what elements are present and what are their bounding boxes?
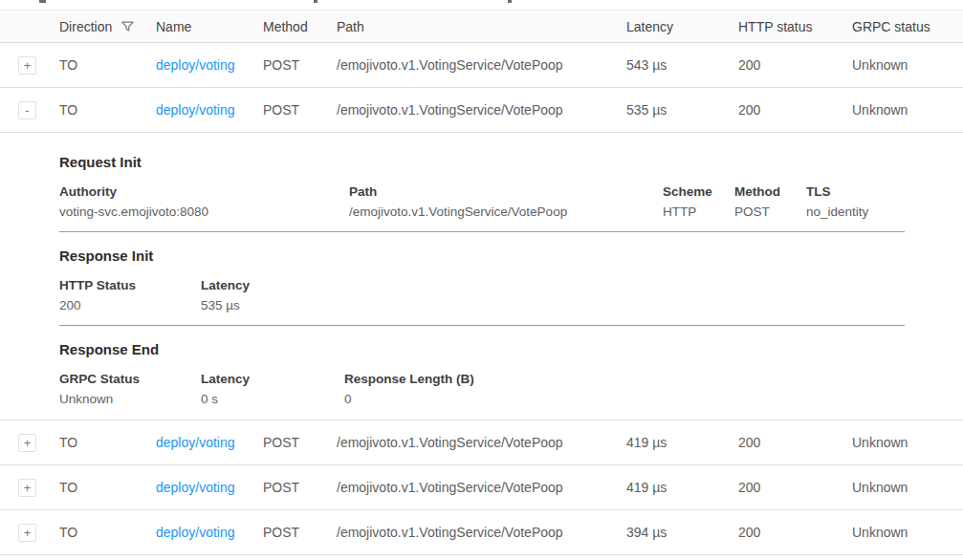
latency-cell: 419 µs (626, 480, 738, 495)
column-header-http-status[interactable]: HTTP status (738, 19, 852, 34)
detail-fields: HTTP Status200Latency535 µs (59, 278, 905, 312)
column-header-name[interactable]: Name (156, 19, 263, 34)
detail-field: HTTP Status200 (59, 278, 201, 312)
expand-toggle-button[interactable]: + (18, 524, 36, 542)
field-value: voting-svc.emojivoto:8080 (59, 205, 349, 219)
method-cell: POST (263, 525, 337, 540)
expanded-event-detail: Request InitAuthorityvoting-svc.emojivot… (0, 133, 963, 420)
expand-toggle-button[interactable]: - (18, 101, 36, 119)
column-header-label: Direction (59, 19, 112, 34)
method-cell: POST (263, 57, 337, 73)
expand-toggle-button[interactable]: + (18, 434, 36, 452)
method-cell: POST (263, 480, 337, 495)
filter-funnel-icon[interactable] (120, 19, 135, 33)
column-header-label: Latency (626, 19, 673, 34)
path-cell: /emojivoto.v1.VotingService/VotePoop (337, 480, 626, 495)
text-fragment (314, 0, 317, 3)
table-header-row: DirectionNameMethodPathLatencyHTTP statu… (0, 10, 963, 43)
field-label: Path (349, 184, 663, 199)
direction-cell: TO (59, 57, 156, 73)
column-header-grpc-status[interactable]: GRPC status (852, 19, 963, 34)
detail-field: MethodPOST (734, 184, 806, 219)
column-header-label: Name (156, 19, 191, 34)
field-value: no_identity (806, 205, 905, 219)
tap-results-table: DirectionNameMethodPathLatencyHTTP statu… (0, 10, 963, 555)
table-row: +TOdeploy/votingPOST/emojivoto.v1.Voting… (0, 510, 963, 555)
field-value: HTTP (663, 205, 734, 219)
detail-section-request-init: Request InitAuthorityvoting-svc.emojivot… (59, 154, 905, 232)
cropped-text-remnant (0, 0, 963, 10)
field-label: Scheme (663, 184, 734, 199)
latency-cell: 419 µs (626, 435, 738, 450)
direction-cell: TO (59, 525, 156, 540)
column-header-method[interactable]: Method (263, 19, 337, 34)
field-label: Response Length (B) (344, 372, 905, 386)
text-fragment (39, 0, 46, 3)
http-status-cell: 200 (738, 480, 852, 495)
column-header-path[interactable]: Path (337, 19, 626, 34)
direction-cell: TO (59, 102, 156, 118)
field-value: Unknown (59, 392, 201, 406)
field-label: Latency (201, 278, 905, 292)
column-header-label: HTTP status (738, 19, 813, 34)
section-divider (59, 231, 905, 232)
expand-toggle-button[interactable]: + (18, 56, 36, 75)
section-divider (59, 325, 905, 326)
detail-field: TLSno_identity (806, 184, 905, 219)
tap-events-page: DirectionNameMethodPathLatencyHTTP statu… (0, 0, 963, 560)
http-status-cell: 200 (738, 525, 852, 540)
method-cell: POST (263, 435, 337, 450)
column-header-label: Method (263, 19, 308, 34)
detail-field: Latency0 s (201, 372, 344, 406)
detail-field: Authorityvoting-svc.emojivoto:8080 (59, 184, 349, 219)
detail-fields: GRPC StatusUnknownLatency0 sResponse Len… (59, 372, 905, 406)
field-label: GRPC Status (59, 372, 201, 386)
column-header-label: GRPC status (852, 19, 930, 34)
section-title: Request Init (59, 154, 905, 170)
path-cell: /emojivoto.v1.VotingService/VotePoop (337, 57, 626, 73)
http-status-cell: 200 (738, 102, 852, 118)
field-value: /emojivoto.v1.VotingService/VotePoop (349, 205, 663, 219)
resource-link[interactable]: deploy/voting (156, 102, 263, 118)
expand-toggle-button[interactable]: + (18, 479, 36, 497)
table-row: +TOdeploy/votingPOST/emojivoto.v1.Voting… (0, 43, 963, 88)
field-value: 0 (344, 392, 905, 406)
field-value: 200 (59, 298, 201, 312)
detail-field: SchemeHTTP (663, 184, 734, 219)
detail-fields: Authorityvoting-svc.emojivoto:8080Path/e… (59, 184, 905, 219)
detail-field: Response Length (B)0 (344, 372, 905, 406)
direction-cell: TO (59, 435, 156, 450)
direction-cell: TO (59, 480, 156, 495)
resource-link[interactable]: deploy/voting (156, 435, 263, 450)
path-cell: /emojivoto.v1.VotingService/VotePoop (337, 435, 626, 450)
field-label: Authority (59, 184, 349, 199)
table-row: +TOdeploy/votingPOST/emojivoto.v1.Voting… (0, 420, 963, 465)
text-fragment (508, 0, 512, 3)
detail-section-response-init: Response InitHTTP Status200Latency535 µs (59, 248, 905, 326)
expand-cell: + (0, 524, 59, 542)
resource-link[interactable]: deploy/voting (156, 525, 263, 540)
grpc-status-cell: Unknown (852, 435, 963, 450)
expand-cell: + (0, 479, 59, 497)
column-header-direction[interactable]: Direction (59, 19, 156, 34)
resource-link[interactable]: deploy/voting (156, 57, 263, 73)
section-title: Response End (59, 341, 905, 357)
field-value: POST (734, 205, 806, 219)
column-header-latency[interactable]: Latency (626, 19, 738, 34)
grpc-status-cell: Unknown (852, 102, 963, 118)
section-title: Response Init (59, 248, 905, 264)
resource-link[interactable]: deploy/voting (156, 480, 263, 495)
field-label: Latency (201, 372, 344, 386)
path-cell: /emojivoto.v1.VotingService/VotePoop (337, 525, 626, 540)
field-value: 535 µs (201, 298, 905, 312)
field-label: TLS (806, 184, 905, 199)
detail-section-response-end: Response EndGRPC StatusUnknownLatency0 s… (59, 341, 905, 406)
table-row: +TOdeploy/votingPOST/emojivoto.v1.Voting… (0, 465, 963, 510)
detail-field: Latency535 µs (201, 278, 905, 312)
field-value: 0 s (201, 392, 344, 406)
http-status-cell: 200 (738, 57, 852, 73)
field-label: HTTP Status (59, 278, 201, 292)
path-cell: /emojivoto.v1.VotingService/VotePoop (337, 102, 626, 118)
table-body: +TOdeploy/votingPOST/emojivoto.v1.Voting… (0, 43, 963, 555)
expand-cell: + (0, 56, 59, 75)
